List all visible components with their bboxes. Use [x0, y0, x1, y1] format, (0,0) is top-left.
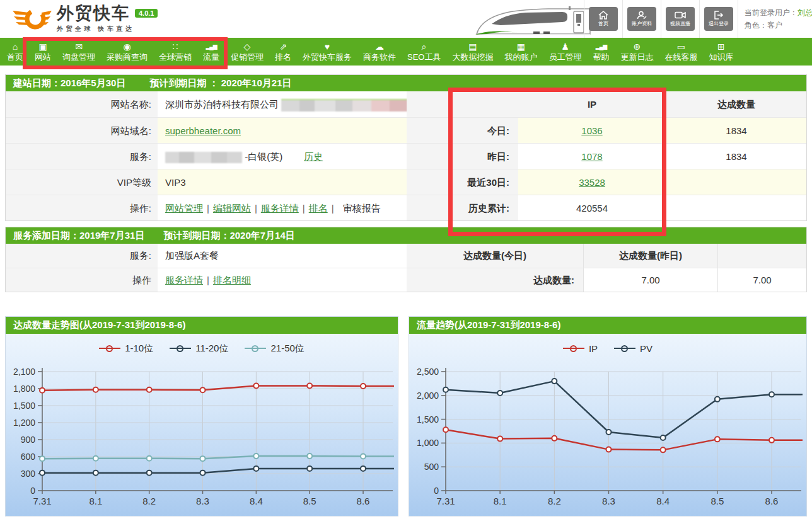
nav-item-help[interactable]: ▂▄▆帮助 [587, 38, 615, 66]
site-name-label: 网站名称: [6, 91, 158, 117]
version-badge: 4.0.1 [135, 9, 158, 18]
legend-item-IP[interactable]: IP [563, 343, 598, 354]
nav-item-online-support[interactable]: ▭在线客服 [659, 38, 703, 66]
site-manage-link[interactable]: 网站管理 [165, 203, 203, 214]
data-point [497, 391, 502, 396]
nav-item-service[interactable]: ♥外贸快车服务 [297, 38, 357, 66]
data-point [147, 471, 152, 476]
data-point [200, 387, 206, 392]
stats-spacer [407, 91, 518, 117]
data-point [715, 436, 720, 442]
nav-item-website[interactable]: ▣网站 [29, 38, 57, 66]
current-user-name[interactable]: 刘总 [798, 8, 812, 17]
expire-date: 预计到期日期 ： 2020年10月21日 [149, 77, 291, 89]
vip-value: VIP3 [158, 169, 407, 195]
today-ip-link[interactable]: 1036 [581, 125, 602, 136]
x-tick-label: 8.5 [710, 496, 724, 506]
nav-item-seo-tools[interactable]: ⌕SEO工具 [402, 38, 446, 66]
last30-ip-link[interactable]: 33528 [579, 177, 605, 188]
nav-item-traffic[interactable]: ▂▄▆流量 [197, 38, 225, 66]
trend-up-icon: ⇗ [279, 42, 287, 52]
role-name: 客户 [767, 21, 782, 30]
stats-30days-ip: 33528 [518, 169, 666, 195]
bar-chart-icon: ▂▄▆ [206, 42, 216, 52]
y-tick-label: 0 [434, 486, 439, 496]
stats-30days-reach [666, 169, 806, 195]
service2-label: 服务: [6, 244, 158, 268]
site-row-domain: 网站域名: superbheater.com 今日: 1036 1834 [6, 117, 806, 143]
user-info: 当前登录用户：刘总 角色：客户 [738, 0, 812, 38]
nav-item-staff[interactable]: ♟员工管理 [543, 38, 587, 66]
domain-link[interactable]: superbheater.com [165, 125, 241, 136]
data-point [769, 392, 774, 397]
service-row-1: 服务: 加强版A套餐 达成数量(今日) 达成数量(昨日) [6, 244, 806, 268]
edit-site-link[interactable]: 编辑网站 [213, 203, 251, 214]
y-tick-label: 1,500 [13, 401, 35, 411]
x-tick-label: 8.3 [196, 496, 209, 506]
nav-item-knowledge-base[interactable]: ⊞知识库 [703, 38, 739, 66]
nav-item-big-data[interactable]: ▤大数据挖掘 [446, 38, 499, 66]
nav-item-promotion[interactable]: ◇促销管理 [225, 38, 269, 66]
site-row-name: 网站名称: 深圳市苏泊特科技有限公司 IP 达成数量 [6, 91, 806, 117]
logout-button[interactable]: 退出登录 [704, 7, 733, 31]
service-value: -白银(英)历史 [158, 143, 407, 169]
logo-wings-icon [13, 6, 52, 33]
x-tick-label: 8.2 [548, 496, 561, 506]
stats-row-today-label: 今日: [407, 117, 518, 143]
nav-item-global-marketing[interactable]: ∷全球营销 [153, 38, 197, 66]
nav-item-my-account[interactable]: ▦我的账户 [499, 38, 543, 66]
nav-item-home[interactable]: ⌂首页 [1, 38, 29, 66]
x-tick-label: 8.4 [656, 496, 670, 506]
video-button[interactable]: 视频直播 [666, 7, 695, 31]
x-tick-label: 7.31 [33, 496, 51, 506]
audit-report-text[interactable]: 审核报告 [343, 203, 381, 214]
data-point [200, 456, 206, 461]
stats-row-total-label: 历史累计: [407, 195, 518, 220]
history-link[interactable]: 历史 [304, 151, 323, 162]
legend-item-PV[interactable]: PV [614, 343, 652, 354]
logout-button-label: 退出登录 [709, 20, 729, 27]
charts-row: 达成数量走势图(从2019-7-31到2019-8-6) 1-10位11-20位… [5, 316, 807, 516]
home-button[interactable]: 首页 [589, 7, 618, 31]
train-illustration [473, 3, 591, 37]
data-point [443, 427, 448, 432]
service-detail-link[interactable]: 服务详情 [261, 203, 299, 214]
nav-item-buyer-search[interactable]: ◉采购商查询 [101, 38, 153, 66]
home-button-label: 首页 [598, 20, 608, 27]
yesterday-ip-link[interactable]: 1078 [581, 151, 602, 162]
y-tick-label: 900 [21, 435, 36, 445]
legend-item-21-50位[interactable]: 21-50位 [245, 343, 304, 355]
logout-icon [714, 11, 724, 20]
logo-text: 外贸快车 4.0.1 外贸全球 快车直达 [57, 4, 158, 33]
circle-plus-icon: ⊕ [634, 42, 641, 52]
data-point [552, 436, 557, 441]
reach-chart: 1-10位11-20位21-50位 03006009001,2001,5001,… [6, 334, 398, 516]
search-icon: ⌕ [422, 42, 427, 52]
data-point [93, 456, 98, 461]
service2-op-links: 服务详情|排名明细 [158, 268, 407, 292]
home-icon: ⌂ [13, 42, 18, 52]
redacted-region [281, 99, 407, 111]
build-date: 建站日期：2016年5月30日 [13, 77, 125, 89]
nav-item-ranking[interactable]: ⇗排名 [269, 38, 297, 66]
data-point [361, 454, 366, 459]
nav-item-business-software[interactable]: ☁商务软件 [357, 38, 402, 66]
nav-item-changelog[interactable]: ⊕更新日志 [615, 38, 659, 66]
data-point [307, 384, 312, 389]
ranking-detail-link[interactable]: 排名明细 [213, 275, 251, 285]
ranking-link[interactable]: 排名 [309, 203, 328, 214]
y-tick-label: 1,000 [417, 438, 439, 448]
legend-item-11-20位[interactable]: 11-20位 [170, 343, 228, 355]
reach-yesterday-header: 达成数量(昨日) [583, 244, 717, 268]
nav-item-inquiry[interactable]: ✉询盘管理 [57, 38, 101, 66]
stats-row-30days-label: 最近30日: [407, 169, 518, 195]
people-icon: ♟ [561, 42, 569, 52]
data-point [147, 456, 152, 461]
account-button[interactable]: 账户资料 [627, 7, 656, 31]
page: 外贸快车 4.0.1 外贸全球 快车直达 [0, 0, 812, 519]
legend-item-1-10位[interactable]: 1-10位 [99, 343, 153, 355]
y-tick-label: 2,100 [13, 367, 35, 377]
service-detail-link[interactable]: 服务详情 [165, 275, 203, 285]
x-tick-label: 8.1 [89, 496, 102, 506]
legend-marker-icon [170, 345, 191, 351]
